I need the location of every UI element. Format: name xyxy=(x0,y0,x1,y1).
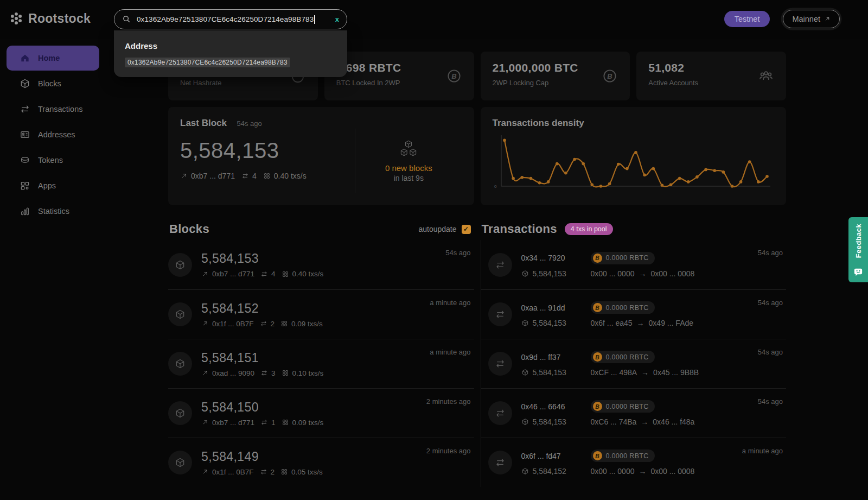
search-icon xyxy=(122,15,131,24)
last-block-number[interactable]: 5,584,153 xyxy=(180,138,355,163)
density-title: Transactions density xyxy=(493,118,584,128)
transaction-row[interactable]: 0x9d ... ff37 B0.0000 RBTC 5,584,153 0xC… xyxy=(481,339,787,388)
tx-from-link[interactable]: 0x00 ... 0000 xyxy=(591,467,635,476)
tx-to-link[interactable]: 0x49 ... FAde xyxy=(649,319,694,327)
tx-block-link[interactable]: 5,584,153 xyxy=(521,269,591,278)
tx-to-link[interactable]: 0x46 ... f48a xyxy=(653,417,694,426)
cube-icon xyxy=(521,369,529,376)
top-bar: Rootstock 0x1362Ab9e72513807CE6c4c26250D… xyxy=(0,0,868,39)
bitcoin-icon xyxy=(446,68,462,84)
sidebar-item-statistics[interactable]: Statistics xyxy=(0,198,106,224)
miner-hash[interactable]: 0xb7 ... d771 xyxy=(212,270,254,278)
search-input[interactable]: 0x1362Ab9e72513807CE6c4c26250D7214ea98B7… xyxy=(114,9,347,29)
sidebar-item-transactions[interactable]: Transactions xyxy=(0,96,106,122)
suggestion-address-item[interactable]: 0x1362Ab9e72513807CE6c4c26250D7214ea98B7… xyxy=(125,58,290,67)
stat-label: Net Hashrate xyxy=(180,79,306,87)
tx-amount: 0.0000 RBTC xyxy=(606,304,649,312)
transaction-row[interactable]: 0x34 ... 7920 B0.0000 RBTC 5,584,153 0x0… xyxy=(481,240,787,289)
sidebar-item-apps[interactable]: Apps xyxy=(0,173,106,198)
tx-amount: 0.0000 RBTC xyxy=(606,403,649,410)
miner-hash[interactable]: 0xad ... 9090 xyxy=(212,369,254,377)
block-number-link[interactable]: 5,584,152 xyxy=(201,301,323,316)
tx-from-link[interactable]: 0xC6 ... 74Ba xyxy=(591,417,637,426)
block-number-link[interactable]: 5,584,149 xyxy=(201,450,323,464)
block-tx-rate: 0.40 txs/s xyxy=(263,172,307,180)
sidebar-item-blocks[interactable]: Blocks xyxy=(0,71,106,96)
tx-hash-link[interactable]: 0x6f ... fd47 xyxy=(521,452,591,460)
swap-icon xyxy=(20,104,30,115)
transaction-row[interactable]: 0xaa ... 91dd B0.0000 RBTC 5,584,153 0x6… xyxy=(481,289,787,339)
rbtc-coin-icon: B xyxy=(593,303,602,312)
stat-value: 51,082 xyxy=(648,61,774,74)
miner-hash[interactable]: 0x1f ... 0B7F xyxy=(212,468,254,476)
block-row[interactable]: 5,584,150 0xb7 ... d771 1 0.09 txs/s 2 m… xyxy=(168,388,474,438)
cube-icon xyxy=(521,270,529,277)
sidebar-item-label: Addresses xyxy=(38,130,75,139)
tx-block-link[interactable]: 5,584,153 xyxy=(521,417,591,426)
swap-icon xyxy=(495,309,506,320)
tx-amount: 0.0000 RBTC xyxy=(606,353,649,361)
testnet-button[interactable]: Testnet xyxy=(724,11,770,27)
sidebar-item-tokens[interactable]: Tokens xyxy=(0,147,106,173)
stat-card-locking-cap: 21,000,000 BTC 2WP Locking Cap xyxy=(481,52,630,100)
tx-count-value: 4 xyxy=(271,270,276,278)
tx-block-link[interactable]: 5,584,153 xyxy=(521,319,591,327)
tx-amount: 0.0000 RBTC xyxy=(606,254,649,262)
tx-amount-badge: B0.0000 RBTC xyxy=(591,450,655,462)
grid-icon xyxy=(282,369,289,377)
mainnet-button[interactable]: Mainnet xyxy=(783,10,840,28)
tx-amount: 0.0000 RBTC xyxy=(606,452,649,460)
block-age: 54s ago xyxy=(445,249,470,257)
swap-icon xyxy=(495,457,506,468)
miner-hash[interactable]: 0x1f ... 0B7F xyxy=(212,320,254,328)
sidebar-item-label: Statistics xyxy=(38,207,69,216)
block-row[interactable]: 5,584,152 0x1f ... 0B7F 2 0.09 txs/s a m… xyxy=(168,289,474,339)
swap-icon xyxy=(495,260,506,270)
block-row[interactable]: 5,584,149 0x1f ... 0B7F 2 0.05 txs/s 2 m… xyxy=(168,438,474,487)
block-miner[interactable]: 0xb7 ... d771 xyxy=(180,172,235,180)
tx-block-link[interactable]: 5,584,153 xyxy=(521,368,591,377)
sidebar-item-home[interactable]: Home xyxy=(7,46,99,71)
feedback-button[interactable]: Feedback xyxy=(848,217,868,282)
clear-search-button[interactable]: x xyxy=(330,15,339,23)
tx-count-value: 2 xyxy=(271,320,275,328)
autoupdate-checkbox[interactable]: ✓ xyxy=(462,225,471,234)
block-number-link[interactable]: 5,584,150 xyxy=(201,400,323,415)
cube-icon xyxy=(175,260,186,270)
grid-icon xyxy=(263,172,271,180)
miner-hash: 0xb7 ... d771 xyxy=(191,172,235,180)
tx-hash-link[interactable]: 0x46 ... 6646 xyxy=(521,402,591,411)
block-age: a minute ago xyxy=(430,348,470,356)
transaction-row[interactable]: 0x46 ... 6646 B0.0000 RBTC 5,584,153 0xC… xyxy=(481,388,787,438)
tx-from-link[interactable]: 0x6f ... ea45 xyxy=(591,319,633,327)
block-row[interactable]: 5,584,153 0xb7 ... d771 4 0.40 txs/s 54s… xyxy=(168,240,474,289)
block-number-link[interactable]: 5,584,153 xyxy=(201,251,323,266)
to-arrow: → xyxy=(641,368,649,377)
tx-from-link[interactable]: 0xCF ... 498A xyxy=(591,368,637,377)
swap-icon xyxy=(260,270,268,278)
miner-hash[interactable]: 0xb7 ... d771 xyxy=(212,419,254,427)
tx-from-link[interactable]: 0x00 ... 0000 xyxy=(591,269,635,278)
tx-hash-link[interactable]: 0x9d ... ff37 xyxy=(521,353,591,362)
people-icon xyxy=(758,68,774,84)
tx-hash-link[interactable]: 0xaa ... 91dd xyxy=(521,303,591,312)
tx-to-link[interactable]: 0x00 ... 0008 xyxy=(650,467,694,476)
cube-icon xyxy=(175,358,186,369)
sidebar-item-label: Home xyxy=(38,54,60,62)
tx-to-link[interactable]: 0x45 ... 9B8B xyxy=(653,368,699,377)
tx-age: 54s ago xyxy=(758,299,783,307)
block-row[interactable]: 5,584,151 0xad ... 9090 3 0.10 txs/s a m… xyxy=(168,339,474,388)
swap-icon xyxy=(260,369,268,377)
tx-block-link[interactable]: 5,584,152 xyxy=(521,467,591,476)
autoupdate-label: autoupdate xyxy=(418,225,456,233)
tx-to-link[interactable]: 0x00 ... 0008 xyxy=(650,269,694,278)
tx-hash-link[interactable]: 0x34 ... 7920 xyxy=(521,254,591,262)
to-arrow: → xyxy=(639,467,646,476)
rootstock-logo[interactable]: Rootstock xyxy=(9,11,91,26)
sidebar-item-addresses[interactable]: Addresses xyxy=(0,122,106,147)
miner-arrow-icon xyxy=(180,172,188,180)
block-number-link[interactable]: 5,584,151 xyxy=(201,351,323,365)
swap-icon xyxy=(260,468,267,476)
tx-route: 0x00 ... 0000→0x00 ... 0008 xyxy=(591,467,695,476)
transaction-row[interactable]: 0x6f ... fd47 B0.0000 RBTC 5,584,152 0x0… xyxy=(481,438,787,487)
